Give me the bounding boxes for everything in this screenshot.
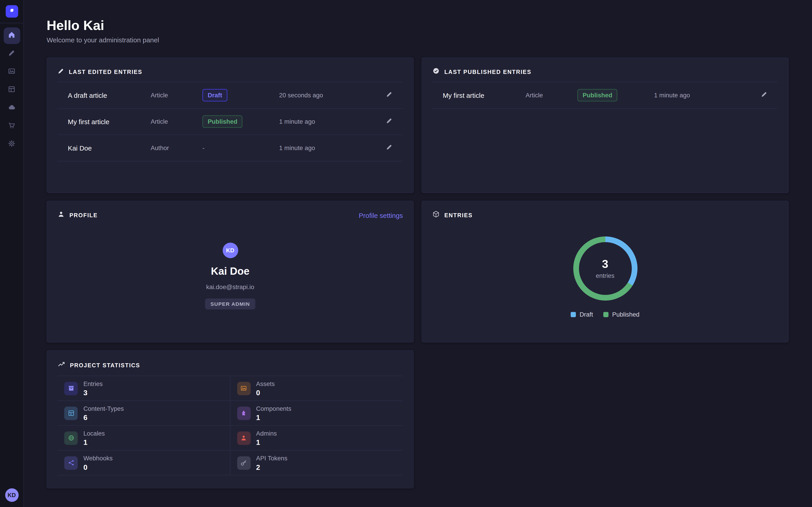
pencil-icon — [57, 67, 64, 76]
card-entries: ENTRIES 3 entries Draft — [421, 201, 789, 342]
entry-title: My first article — [68, 118, 151, 125]
sidebar-item-media-library[interactable] — [3, 64, 20, 80]
stat-label: Admins — [256, 430, 277, 437]
entry-time: 1 minute ago — [654, 92, 755, 99]
card-title: PROJECT STATISTICS — [70, 362, 140, 368]
puzzle-icon — [237, 406, 250, 420]
check-circle-icon — [433, 67, 440, 76]
cart-icon — [8, 121, 15, 131]
entry-type: Article — [151, 118, 203, 125]
main-content: Hello Kai Welcome to your administration… — [24, 0, 812, 507]
stats-grid: Entries3 Assets0 Content-Types6 Componen… — [57, 376, 403, 475]
image-icon — [237, 382, 250, 395]
card-last-published-entries: LAST PUBLISHED ENTRIES My first article … — [421, 57, 789, 193]
cube-icon — [433, 211, 440, 220]
stat-value: 1 — [84, 438, 105, 446]
legend-item-draft: Draft — [571, 311, 593, 318]
trend-up-icon — [57, 360, 65, 370]
entry-time: 1 minute ago — [279, 145, 380, 152]
grid-layout-icon — [64, 406, 78, 420]
globe-icon — [64, 431, 78, 445]
legend-item-published: Published — [603, 311, 640, 318]
stat-label: Assets — [256, 380, 275, 387]
sidebar-item-content-type-builder[interactable] — [3, 46, 20, 62]
stat-api-tokens: API Tokens2 — [230, 451, 403, 475]
card-header: LAST EDITED ENTRIES — [57, 67, 403, 76]
stat-value: 2 — [256, 463, 287, 471]
sidebar-item-home[interactable] — [3, 27, 20, 44]
profile-email: kai.doe@strapi.io — [206, 283, 254, 291]
stat-entries: Entries3 — [57, 376, 230, 401]
entry-time: 20 seconds ago — [279, 92, 380, 99]
card-header: LAST PUBLISHED ENTRIES — [433, 67, 778, 76]
status-badge: Published — [203, 115, 243, 128]
table-row[interactable]: My first article Article Published 1 min… — [57, 109, 403, 135]
dashboard-grid: LAST EDITED ENTRIES A draft article Arti… — [47, 57, 789, 489]
stat-label: API Tokens — [256, 454, 287, 462]
stat-label: Entries — [84, 380, 103, 387]
draft-swatch-icon — [571, 312, 576, 317]
stat-webhooks: Webhooks0 — [57, 451, 230, 475]
card-project-statistics: PROJECT STATISTICS Entries3 Assets0 Co — [47, 350, 414, 488]
stat-value: 1 — [256, 438, 277, 446]
status-badge: Published — [577, 89, 618, 101]
share-nodes-icon — [64, 456, 78, 469]
edit-entry-button[interactable] — [386, 91, 393, 99]
status-dash: - — [203, 145, 279, 152]
pencil-icon — [386, 91, 393, 99]
stat-value: 0 — [256, 388, 275, 397]
stat-label: Webhooks — [84, 454, 113, 462]
entries-chart: 3 entries Draft Published — [433, 225, 778, 318]
stat-content-types: Content-Types6 — [57, 401, 230, 426]
card-last-edited-entries: LAST EDITED ENTRIES A draft article Arti… — [47, 57, 414, 193]
pencil-icon — [386, 117, 393, 126]
key-icon — [237, 456, 250, 469]
edit-entry-button[interactable] — [386, 144, 393, 152]
entry-time: 1 minute ago — [279, 118, 380, 125]
sidebar: KD — [0, 0, 24, 507]
stat-locales: Locales1 — [57, 426, 230, 451]
sidebar-nav — [3, 27, 20, 153]
user-avatar[interactable]: KD — [5, 488, 18, 502]
layout-icon — [8, 85, 15, 95]
last-published-table: My first article Article Published 1 min… — [433, 82, 778, 109]
sidebar-item-marketplace[interactable] — [3, 118, 20, 134]
table-row[interactable]: Kai Doe Author - 1 minute ago — [57, 135, 403, 161]
stat-label: Components — [256, 405, 291, 412]
sidebar-item-deploy[interactable] — [3, 100, 20, 116]
sidebar-item-content-manager[interactable] — [3, 82, 20, 98]
entries-count-label: entries — [596, 272, 614, 279]
card-header: PROFILE Profile settings — [57, 211, 403, 220]
published-swatch-icon — [603, 312, 609, 317]
donut-chart: 3 entries — [573, 236, 637, 300]
page-subtitle: Welcome to your administration panel — [47, 36, 789, 44]
profile-settings-link[interactable]: Profile settings — [359, 211, 403, 219]
edit-entry-button[interactable] — [386, 117, 393, 126]
card-title: LAST PUBLISHED ENTRIES — [444, 69, 531, 75]
entry-type: Author — [151, 145, 203, 152]
strapi-logo-icon — [8, 7, 15, 16]
image-icon — [8, 67, 15, 77]
chart-legend: Draft Published — [571, 311, 640, 318]
pencil-icon — [386, 144, 393, 152]
pencil-ruler-icon — [8, 49, 15, 59]
entry-type: Article — [151, 92, 203, 99]
strapi-logo[interactable] — [5, 5, 18, 17]
user-icon — [57, 211, 65, 220]
stat-value: 6 — [84, 413, 124, 421]
workspace-header — [0, 0, 23, 23]
table-row[interactable]: A draft article Article Draft 20 seconds… — [57, 82, 403, 109]
table-row[interactable]: My first article Article Published 1 min… — [433, 82, 778, 109]
stat-assets: Assets0 — [230, 376, 403, 401]
donut-center: 3 entries — [573, 236, 637, 300]
pencil-icon — [761, 91, 768, 99]
edit-entry-button[interactable] — [761, 91, 768, 99]
card-title: PROFILE — [69, 212, 98, 218]
last-edited-table: A draft article Article Draft 20 seconds… — [57, 82, 403, 162]
sidebar-footer: KD — [5, 488, 18, 507]
stat-admins: Admins1 — [230, 426, 403, 451]
entry-title: My first article — [443, 91, 525, 99]
sidebar-item-settings[interactable] — [3, 136, 20, 153]
stat-value: 0 — [84, 463, 113, 471]
card-header: ENTRIES — [433, 211, 778, 220]
